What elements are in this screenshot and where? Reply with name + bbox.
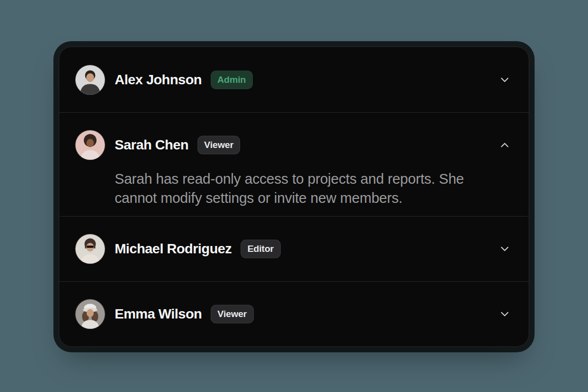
member-row-header[interactable]: Alex Johnson Admin <box>75 65 511 95</box>
member-row-header[interactable]: Emma Wilson Viewer <box>75 299 511 329</box>
avatar-emma-wilson <box>75 299 105 329</box>
member-name: Michael Rodriguez <box>115 241 232 257</box>
role-badge-viewer: Viewer <box>197 136 241 154</box>
avatar-photo <box>75 299 105 329</box>
chevron-down-icon[interactable] <box>498 74 511 86</box>
member-description-line: cannot modify settings or invite new mem… <box>115 189 511 208</box>
chevron-down-icon[interactable] <box>498 243 511 255</box>
member-name: Alex Johnson <box>115 72 202 88</box>
member-description-line: Sarah has read-only access to projects a… <box>115 170 511 189</box>
member-name: Emma Wilson <box>115 306 202 322</box>
avatar-photo <box>75 234 105 264</box>
member-row-emma-wilson[interactable]: Emma Wilson Viewer <box>59 281 529 346</box>
member-row-alex-johnson[interactable]: Alex Johnson Admin <box>59 47 529 112</box>
member-description: Sarah has read-only access to projects a… <box>115 170 511 208</box>
avatar-photo <box>75 65 105 95</box>
team-members-card: Alex Johnson Admin Sarah Chen Viewer <box>59 47 529 347</box>
chevron-down-icon[interactable] <box>498 308 511 320</box>
avatar-michael-rodriguez <box>75 234 105 264</box>
member-row-michael-rodriguez[interactable]: Michael Rodriguez Editor <box>59 216 529 281</box>
avatar-photo <box>75 130 105 160</box>
member-row-header[interactable]: Sarah Chen Viewer <box>75 130 511 160</box>
role-badge-admin: Admin <box>211 71 253 89</box>
role-badge-viewer: Viewer <box>211 305 254 323</box>
member-row-sarah-chen[interactable]: Sarah Chen Viewer Sarah has read-only ac… <box>59 112 529 216</box>
chevron-up-icon[interactable] <box>498 139 511 151</box>
member-name: Sarah Chen <box>115 137 189 153</box>
role-badge-editor: Editor <box>241 240 281 258</box>
avatar-alex-johnson <box>75 65 105 95</box>
avatar-sarah-chen <box>75 130 105 160</box>
member-row-header[interactable]: Michael Rodriguez Editor <box>75 234 511 264</box>
